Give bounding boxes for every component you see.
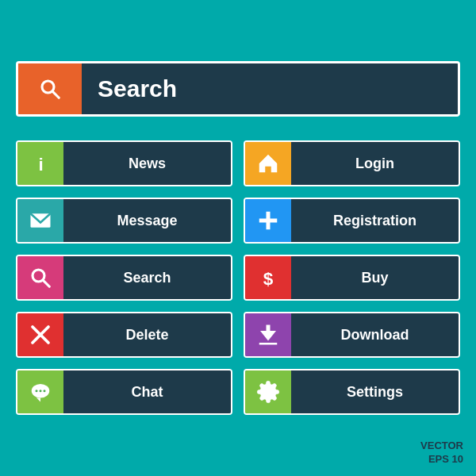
settings-label-box: Settings — [291, 370, 459, 413]
registration-button[interactable]: Registration — [244, 198, 460, 244]
message-icon-box — [17, 199, 63, 242]
search-bar-label: Search — [98, 75, 177, 102]
search-bar-icon-box — [18, 63, 82, 114]
news-button[interactable]: i News — [16, 140, 232, 186]
svg-text:$: $ — [263, 269, 274, 289]
search-label: Search — [123, 270, 171, 286]
delete-icon-box — [17, 313, 63, 356]
news-label: News — [129, 155, 166, 172]
chat-label: Chat — [132, 384, 163, 401]
buy-label-box: Buy — [291, 256, 459, 299]
delete-label: Delete — [125, 327, 168, 344]
chat-icon-box — [17, 370, 63, 413]
svg-rect-5 — [259, 219, 278, 223]
search-bar[interactable]: Search — [16, 61, 460, 117]
search-icon-box — [17, 256, 63, 299]
svg-rect-12 — [267, 325, 271, 333]
chat-button[interactable]: Chat — [16, 369, 232, 415]
message-label-box: Message — [63, 199, 231, 242]
buy-button[interactable]: $ Buy — [244, 255, 460, 301]
svg-text:i: i — [39, 155, 44, 175]
buy-icon-box: $ — [245, 256, 291, 299]
login-icon-box — [245, 142, 291, 185]
magnifier-icon — [38, 77, 62, 101]
svg-rect-13 — [259, 343, 278, 345]
message-label: Message — [117, 213, 177, 229]
registration-icon-box — [245, 199, 291, 242]
svg-line-1 — [52, 91, 59, 98]
chat-label-box: Chat — [63, 370, 231, 413]
download-button[interactable]: Download — [244, 312, 460, 358]
svg-point-16 — [40, 390, 42, 392]
search-bar-label-box: Search — [82, 63, 458, 114]
login-label-box: Login — [291, 142, 459, 185]
svg-point-17 — [44, 390, 46, 392]
delete-button[interactable]: Delete — [16, 312, 232, 358]
button-grid: i News Login Message Registr — [16, 140, 460, 415]
news-icon-box: i — [17, 142, 63, 185]
registration-label: Registration — [333, 213, 416, 229]
svg-marker-18 — [36, 398, 40, 402]
svg-point-15 — [36, 390, 38, 392]
settings-label: Settings — [347, 384, 403, 401]
search-label-box: Search — [63, 256, 231, 299]
download-label: Download — [341, 327, 409, 344]
svg-line-7 — [43, 280, 49, 286]
login-label: Login — [355, 155, 394, 172]
login-button[interactable]: Login — [244, 140, 460, 186]
buy-label: Buy — [361, 270, 388, 286]
delete-label-box: Delete — [63, 313, 231, 356]
download-icon-box — [245, 313, 291, 356]
registration-label-box: Registration — [291, 199, 459, 242]
message-button[interactable]: Message — [16, 198, 232, 244]
watermark: VECTOR EPS 10 — [420, 440, 463, 466]
settings-icon-box — [245, 370, 291, 413]
search-button[interactable]: Search — [16, 255, 232, 301]
settings-button[interactable]: Settings — [244, 369, 460, 415]
news-label-box: News — [63, 142, 231, 185]
download-label-box: Download — [291, 313, 459, 356]
